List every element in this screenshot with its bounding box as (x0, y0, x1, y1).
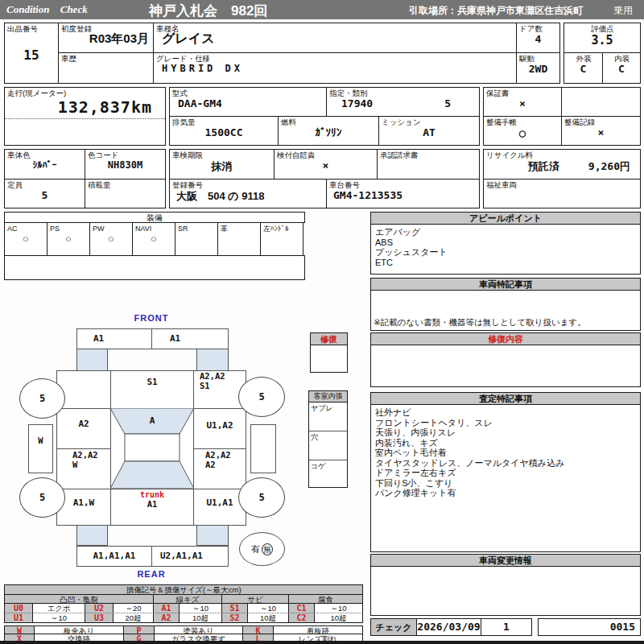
header-bar: Condition Check 神戸入札会 982回 引取場所：兵庫県神戸市東灘… (0, 0, 644, 19)
inspection-expiry-value: 抹消 (170, 159, 274, 174)
equipment-label: PS (47, 223, 89, 233)
equipment-mark: ○ (133, 233, 175, 245)
liability-insurance-value: × (275, 159, 377, 171)
welfare-cell: 福祉車両 (483, 179, 641, 208)
grade-value: HYBRID DX (154, 63, 516, 74)
right-front-door-code: U1,A2 (194, 420, 246, 431)
score-label: 評価点 (564, 23, 640, 33)
doors-value: 4 (517, 33, 559, 45)
equipment-mark: ○ (47, 233, 89, 245)
repair-content-lines (371, 345, 640, 350)
equipment-cell-左ﾊﾝﾄﾞﾙ: 左ﾊﾝﾄﾞﾙ (260, 222, 303, 256)
maintenance-record-cell: 整備記録 × (561, 116, 641, 146)
drive-value: 2WD (517, 63, 559, 75)
appeal-panel-lines: エアバッグ ABS プッシュスタート ETC (371, 225, 640, 270)
chassis-no-value: GM4-1213535 (327, 189, 479, 201)
model-code-label: 型式 (170, 88, 326, 97)
wheel-rear-right: 5 (238, 477, 285, 518)
hood-code: S1 (110, 377, 194, 387)
equipment-label: 左ﾊﾝﾄﾞﾙ (261, 223, 303, 233)
equipment-cell-NAVI: NAVI○ (132, 222, 175, 256)
color-code-cell: 色コード NH830M (85, 149, 166, 180)
welfare-label: 福祉車両 (484, 180, 640, 189)
body-line-r2 (193, 448, 246, 449)
body-line-r1 (193, 408, 246, 409)
body-line-l1 (56, 408, 111, 409)
left-front-door-code: A2 (57, 419, 110, 429)
color-code-label: 色コード (85, 150, 165, 159)
windshield-code: A (110, 415, 194, 426)
check-date-cell: 2026/03/09 (416, 618, 481, 636)
maintenance-book-value: ○ (484, 126, 561, 139)
right-front-fender-line2: S1 (200, 382, 225, 391)
legend-desc: ～10 (32, 613, 85, 623)
repair-mini-title: 修復 (311, 333, 347, 345)
drive-cell: 駆動 2WD (516, 52, 560, 84)
cabin-lining-box: 客室内張 ヤブレ 穴 コゲ (308, 390, 348, 488)
cabin-row-hole: 穴 (309, 431, 347, 460)
equipment-cell-PW: PW○ (89, 222, 133, 256)
inspection-expiry-cell: 車検期限 抹消 (169, 149, 275, 180)
check-count-cell: 1 (481, 618, 532, 636)
exterior-grade-value: C (564, 63, 602, 75)
rear-corner-glass-left (76, 525, 108, 546)
right-rear-door-line2: A2 (205, 460, 231, 470)
score-value: 3.5 (564, 33, 640, 47)
liability-insurance-cell: 検付自賠責 × (274, 149, 378, 180)
right-front-fender-line1: A2,A2 (200, 372, 225, 382)
assessment-notes-lines: 社外ナビ フロントシートヘタリ、スレ 天張り、内張りスレ 内装汚れ、キズ 室内ペ… (371, 405, 640, 501)
body-color-cell: 車体色 ｼﾙﾊﾞｰ (4, 149, 85, 180)
exterior-grade-cell: 外装 C (564, 52, 603, 84)
legend-code: A2 (153, 613, 180, 623)
equipment-cell-PS: PS○ (47, 222, 90, 256)
fuel-label: 燃料 (279, 117, 378, 126)
first-registration-value: R03年03月 (59, 31, 153, 47)
maintenance-record-label: 整備記録 (562, 117, 640, 126)
lot-number-label: 出品番号 (5, 23, 58, 33)
cabin-lining-title: 客室内張 (309, 391, 347, 402)
mileage-cell: 走行(現メーター) 132,837km (4, 87, 166, 146)
equipment-label: 革 (218, 223, 260, 233)
change-info-lines (371, 567, 640, 572)
displacement-label: 排気量 (170, 117, 278, 126)
fuel-value: ｶﾞｿﾘﾝ (279, 126, 378, 138)
right-rear-door-codes: A2,A2 A2 (205, 451, 231, 469)
body-line-r3 (193, 489, 246, 489)
vehicle-notes-title: 車両特記事項 (371, 279, 640, 291)
front-bumper-left: A1 (76, 328, 152, 349)
left-rocker-panel: W (28, 424, 53, 473)
warranty-blank-cell (561, 87, 641, 117)
interior-grade-label: 内装 (603, 53, 640, 63)
legend-code: C2 (288, 613, 315, 623)
body-color-label: 車体色 (5, 150, 85, 159)
body-color-value: ｼﾙﾊﾞｰ (5, 159, 85, 171)
wheel-front-left: 5 (19, 378, 65, 419)
vehicle-notes-note: ※記載のない書類・機器等は無しとして取り扱います。 (374, 317, 586, 328)
change-info-title: 車両変更情報 (371, 555, 640, 567)
designation-class-cell: 指定・類別 17940 5 (326, 87, 480, 117)
serial-cell: 0015 (538, 618, 641, 636)
drive-label: 駆動 (517, 53, 559, 63)
pickup-location: 引取場所：兵庫県神戸市東灘区住吉浜町 (409, 4, 583, 18)
wheel-front-right: 5 (238, 377, 285, 417)
appeal-panel: アピールポイント エアバッグ ABS プッシュスタート ETC (370, 212, 641, 275)
right-rocker-panel (250, 424, 276, 473)
maintenance-book-cell: 整備手帳 ○ (483, 116, 562, 146)
registration-no-label: 登録番号 (170, 180, 326, 189)
repair-mini-box: 修復 (310, 332, 348, 373)
color-code-value: NH830M (85, 159, 165, 171)
spare-no-label-circled: 無 (262, 543, 273, 555)
front-corner-glass-right (196, 349, 229, 371)
check-label-cell: チェック (370, 618, 417, 636)
repair-content-title: 修復内容 (371, 333, 640, 345)
equipment-cell-SR: SR (175, 222, 218, 256)
front-bumper-right: A1 (151, 328, 229, 349)
cabin-row-tear: ヤブレ (309, 402, 347, 431)
chassis-no-label: 車台番号 (327, 180, 479, 189)
equipment-title: 装備 (4, 212, 305, 223)
exterior-grade-label: 外装 (564, 53, 602, 63)
interior-grade-value: C (603, 63, 640, 75)
grade-label: グレード・仕様 (154, 53, 516, 63)
designation-class-label: 指定・類別 (327, 88, 479, 97)
registration-no-value: 大阪 504 の 9118 (170, 189, 326, 204)
